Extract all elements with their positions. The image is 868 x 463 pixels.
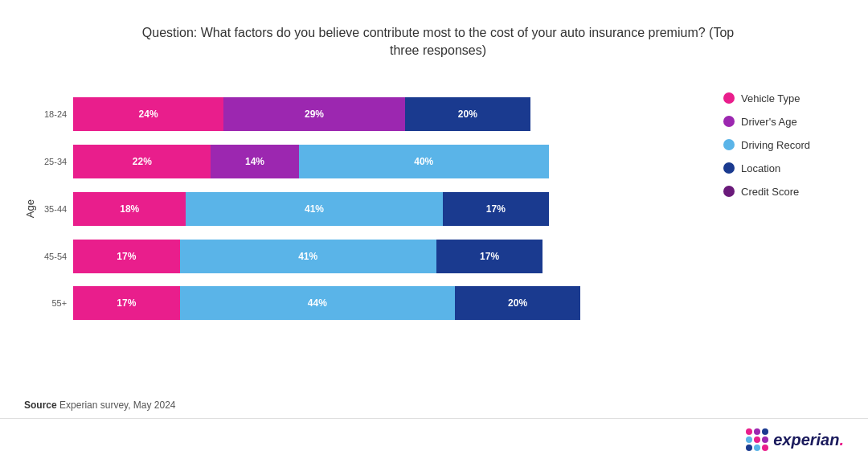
bar-segment-purple: 29%: [223, 97, 405, 131]
legend-item-vehicle-type: Vehicle Type: [723, 92, 852, 104]
y-tick-18-24: 18-24: [44, 94, 67, 134]
bar-segment-dark-blue: 20%: [405, 97, 530, 131]
y-tick-45-54: 45-54: [44, 236, 67, 277]
bar-segment-light-blue: 44%: [180, 286, 456, 320]
logo-dot-1: [754, 428, 760, 435]
legend-dot: [723, 116, 735, 127]
chart-title: Question: What factors do you believe co…: [24, 24, 852, 60]
y-tick-25-34: 25-34: [44, 141, 67, 182]
title-line1: Question: What factors do you believe co…: [142, 26, 734, 39]
legend-label: Driver's Age: [741, 116, 797, 128]
bar-segment-pink: 24%: [73, 97, 223, 131]
bar-segment-light-blue: 41%: [180, 240, 436, 273]
bar-row-25-34: 22%14%40%: [73, 145, 699, 178]
legend-dot: [723, 162, 735, 174]
legend-dot: [723, 92, 735, 104]
legend-item-driving-record: Driving Record: [723, 139, 852, 151]
legend-item-credit-score: Credit Score: [723, 186, 852, 198]
logo-dot-2: [762, 428, 768, 435]
bar-row-55+: 17%44%20%: [73, 286, 699, 320]
legend-dot: [723, 139, 735, 150]
legend-label: Vehicle Type: [741, 92, 800, 104]
logo-dot-4: [754, 436, 760, 443]
y-axis-label: Age: [24, 199, 40, 218]
experian-name: experian.: [773, 431, 844, 449]
bar-row-18-24: 24%29%20%: [73, 97, 699, 131]
source-label: Source: [24, 399, 57, 411]
chart-area: Age 18-2425-3435-4445-5455+ 24%29%20%22%…: [24, 84, 852, 334]
experian-logo: experian.: [746, 428, 844, 451]
experian-dot: .: [839, 431, 844, 449]
y-tick-55+: 55+: [44, 283, 67, 323]
y-axis-ticks: 18-2425-3435-4445-5455+: [44, 84, 67, 334]
bars-area: 24%29%20%22%14%40%18%41%17%17%41%17%17%4…: [73, 84, 699, 334]
logo-dot-3: [746, 436, 752, 443]
logo-dot-5: [762, 436, 768, 443]
y-tick-35-44: 35-44: [44, 189, 67, 229]
legend-dot: [723, 186, 735, 197]
chart-container: Question: What factors do you believe co…: [0, 0, 868, 463]
experian-dots: [746, 428, 768, 451]
bar-segment-pink: 17%: [73, 286, 179, 320]
legend: Vehicle TypeDriver's AgeDriving RecordLo…: [723, 92, 852, 198]
logo-dot-7: [754, 445, 760, 451]
source-text: Source Experian survey, May 2024: [24, 399, 176, 411]
legend-label: Credit Score: [741, 186, 799, 198]
legend-item-driver-s-age: Driver's Age: [723, 116, 852, 128]
bar-segment-light-blue: 40%: [299, 145, 550, 178]
legend-label: Location: [741, 162, 780, 174]
logo-dot-6: [746, 445, 752, 451]
bar-segment-pink: 22%: [73, 145, 211, 178]
bar-row-35-44: 18%41%17%: [73, 192, 699, 226]
title-line2: three responses): [390, 43, 486, 57]
bar-segment-pink: 17%: [73, 240, 179, 273]
bar-segment-dark-blue: 20%: [455, 286, 580, 320]
bottom-border: [0, 418, 868, 419]
legend-item-location: Location: [723, 162, 852, 174]
legend-label: Driving Record: [741, 139, 810, 151]
bar-segment-dark-blue: 17%: [436, 240, 542, 273]
bar-segment-light-blue: 41%: [186, 192, 442, 226]
bar-segment-purple: 14%: [211, 145, 298, 178]
source-detail: Experian survey, May 2024: [59, 399, 176, 411]
bar-segment-pink: 18%: [73, 192, 186, 226]
logo-dot-8: [762, 445, 768, 451]
bar-segment-dark-blue: 17%: [443, 192, 549, 226]
bar-row-45-54: 17%41%17%: [73, 240, 699, 273]
logo-dot-0: [746, 428, 752, 435]
